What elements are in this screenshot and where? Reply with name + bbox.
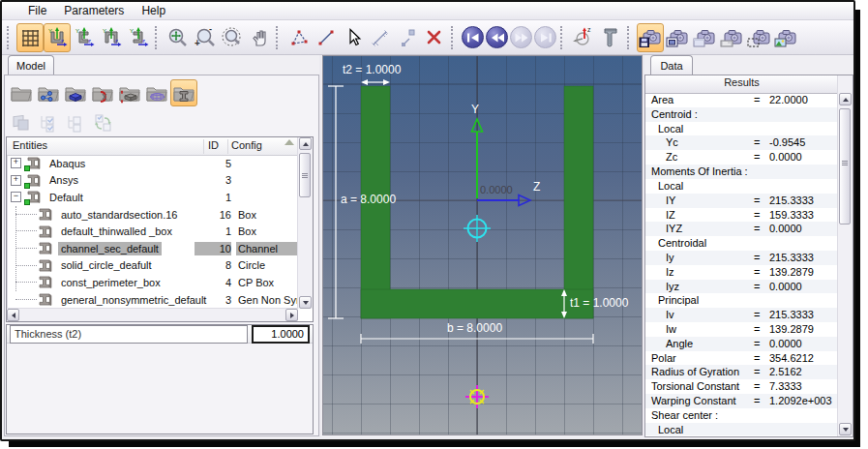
grid-toggle-button[interactable] [16,23,44,52]
capture-image-button[interactable] [772,23,799,52]
result-row[interactable]: Area = 22.0000 [645,93,838,107]
clamp-section-button[interactable] [89,79,116,106]
scrollbar-thumb[interactable] [299,153,311,197]
result-row[interactable]: Radius of Gyration = 2.5162 [645,365,838,379]
zoom-in-out-button[interactable]: -+ [192,23,219,52]
dimension-line-button[interactable] [367,23,394,52]
result-row[interactable]: Yc = -0.9545 [645,135,838,150]
scrollbar-thumb[interactable] [839,108,851,224]
result-row[interactable]: Centroid : [645,107,838,122]
entity-row[interactable]: auto_standardsection.16 16 Box [7,206,298,224]
scroll-left-button[interactable] [7,309,19,321]
left-splitter[interactable] [319,55,321,437]
result-row[interactable]: Centroidal [645,236,838,251]
column-header-entities[interactable]: Entities [13,139,47,151]
result-row[interactable]: IYZ = 0.0000 [645,222,838,236]
scroll-up-button[interactable] [299,137,312,150]
result-row[interactable]: Local [645,122,838,136]
result-row[interactable]: IZ = 159.3333 [645,208,838,223]
mesh-section-button[interactable] [143,79,170,106]
uncheck-all-button[interactable] [62,108,89,135]
dimension-point-button[interactable] [394,23,421,52]
menu-item[interactable]: Help [133,3,174,18]
measure-line-button[interactable] [313,23,340,52]
section-c-orientation-button[interactable]: Yz [71,23,98,52]
tab-model[interactable]: Model [8,55,54,75]
result-row[interactable]: Local [645,179,838,194]
entity-name[interactable]: const_perimeter_box [58,276,164,289]
entity-name[interactable]: Abaqus [46,157,88,170]
entity-name[interactable]: general_nonsymmetric_default [58,293,209,307]
capture-window-button[interactable] [664,23,691,52]
select-cursor-button[interactable] [340,23,367,52]
toolbar-grip[interactable] [451,26,458,49]
tree-expander-icon[interactable] [11,158,21,168]
parameter-value-input[interactable]: 1.0000 [252,325,310,344]
entity-name[interactable]: auto_standardsection.16 [58,208,180,222]
result-row[interactable]: Shear center : [645,408,838,423]
solid-section-button[interactable] [62,79,89,106]
standard-section-button[interactable] [170,79,197,106]
entity-name[interactable]: channel_sec_default [58,242,162,255]
sync-selection-button[interactable] [89,108,116,135]
result-row[interactable]: Moments Of Inertia : [645,165,838,179]
result-row[interactable]: Iv = 215.3333 [645,308,838,322]
column-header-id[interactable]: ID [208,139,219,151]
result-row[interactable]: Iyz = 0.0000 [645,280,838,294]
delete-button[interactable] [421,23,448,52]
scroll-down-button[interactable] [839,423,852,435]
entities-header[interactable]: Entities ID Config [7,137,298,156]
sort-ascending-icon[interactable] [284,139,294,145]
menu-item[interactable]: File [19,3,55,18]
section-u-orientation-button[interactable]: Yz [44,23,71,52]
entity-row[interactable]: solid_circle_deafult 8 Circle [7,257,298,275]
column-header-config[interactable]: Config [231,139,262,151]
scroll-right-button[interactable] [285,309,298,321]
toolbar-grip[interactable] [627,26,634,49]
result-row[interactable]: Angle = 0.0000 [645,337,838,351]
scroll-up-button[interactable] [839,93,852,105]
entity-row[interactable]: const_perimeter_box 4 CP Box [7,274,298,291]
entities-vertical-scrollbar[interactable] [297,137,313,309]
toolbar-grip[interactable] [276,26,283,49]
toolbar-grip[interactable] [560,26,567,49]
nav-previous-button[interactable] [486,26,508,48]
capture-save-button[interactable] [637,23,664,52]
capture-report-button[interactable] [718,23,745,52]
result-row[interactable]: Iw = 139.2879 [645,322,838,337]
entity-name[interactable]: Ansys [46,173,81,187]
results-scrollbar[interactable] [837,75,853,436]
toolbar-grip[interactable] [155,26,162,49]
toolbar-grip[interactable] [7,26,14,49]
result-row[interactable]: Polar = 354.6212 [645,351,838,366]
entity-row[interactable]: channel_sec_default 10 Channel [7,240,298,257]
result-row[interactable]: Torsional Constant = 7.3333 [645,379,838,394]
entity-name[interactable]: default_thinwalled _box [58,224,175,238]
entity-row[interactable]: default_thinwalled _box 1 Box [7,223,298,240]
measure-polygon-button[interactable] [285,23,313,52]
zoom-window-button[interactable] [219,23,246,52]
result-row[interactable]: Zc = 0.0000 [645,150,838,165]
menu-item[interactable]: Parameters [55,3,133,18]
entity-name[interactable]: solid_circle_deafult [58,258,155,272]
capture-selection-button[interactable] [745,23,772,52]
tree-expander-icon[interactable] [11,192,21,202]
tab-data[interactable]: Data [650,55,693,75]
nav-last-button[interactable] [534,26,556,48]
section-canvas[interactable]: t2 = 1.0000 a = 8.0000 t1 = 1.0000 b = 8… [322,55,643,435]
pan-button[interactable] [246,23,273,52]
tree-expander-icon[interactable] [11,175,21,186]
nav-next-button[interactable] [510,26,532,48]
scroll-down-button[interactable] [299,296,312,309]
section-n-orientation-button[interactable]: Yz [98,23,125,52]
capture-pane-button[interactable] [691,23,718,52]
section-rotated-orientation-button[interactable]: Yz [125,23,152,52]
check-all-button[interactable] [35,108,62,135]
nav-first-button[interactable] [462,26,484,48]
result-row[interactable]: Iz = 139.2879 [645,265,838,280]
new-project-button[interactable] [8,79,35,106]
caliper-button[interactable] [597,23,624,52]
entity-row[interactable]: Default 1 [7,189,298,206]
entity-row[interactable]: Ansys 3 [7,172,298,190]
zoom-extents-button[interactable] [165,23,192,52]
